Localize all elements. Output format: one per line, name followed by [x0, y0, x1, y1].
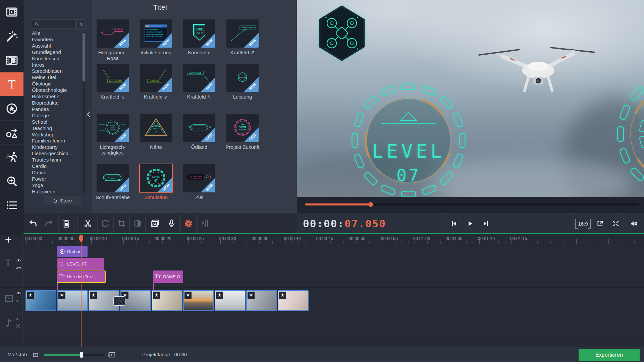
- video-clip[interactable]: ★: [183, 290, 214, 311]
- template-thumb[interactable]: THEFUTUREIS NOWNEW: [226, 114, 259, 142]
- seek-bar[interactable]: [305, 203, 639, 205]
- template-label[interactable]: Kraftfeld ↙: [137, 94, 175, 100]
- category-item[interactable]: Künstlerisch: [32, 56, 79, 62]
- fullscreen-button[interactable]: [608, 213, 624, 234]
- template-thumb[interactable]: NEW: [183, 114, 215, 142]
- category-item[interactable]: College: [32, 113, 79, 119]
- category-item[interactable]: Ökotechnologie: [32, 87, 79, 94]
- video-clip[interactable]: ★: [246, 290, 277, 311]
- category-item[interactable]: Intros: [32, 62, 79, 68]
- aspect-ratio-button[interactable]: 16:9: [574, 213, 592, 234]
- audio-track-mute-icon[interactable]: [15, 316, 21, 322]
- delete-button[interactable]: [58, 215, 74, 232]
- template-thumb[interactable]: PERFORMANCENEW: [226, 64, 259, 92]
- detach-player-button[interactable]: [592, 213, 608, 234]
- video-clip[interactable]: ★: [278, 290, 309, 311]
- seek-handle[interactable]: [368, 202, 373, 207]
- category-item[interactable]: Familien-feiern: [32, 138, 79, 144]
- category-item[interactable]: Liebes-geschich...: [32, 150, 79, 157]
- video-clip[interactable]: ★: [215, 290, 246, 311]
- timeline-zoom-handle[interactable]: [80, 352, 83, 358]
- sidebar-item-motion[interactable]: [0, 145, 23, 169]
- category-item[interactable]: Grundlegend: [32, 49, 79, 56]
- category-item[interactable]: Biokosmetik: [32, 94, 79, 100]
- store-button[interactable]: Store: [44, 196, 81, 205]
- add-track-button[interactable]: [4, 235, 13, 244]
- search-input[interactable]: [32, 19, 75, 29]
- volume-button[interactable]: [624, 213, 644, 234]
- template-label[interactable]: Initiali-sierung: [137, 50, 175, 55]
- zoom-out-film-icon[interactable]: [32, 352, 39, 358]
- playhead-line[interactable]: [81, 235, 82, 347]
- category-item[interactable]: Power: [32, 176, 79, 182]
- sidebar-item-transitions[interactable]: [0, 48, 23, 72]
- video-track-visibility-eye-icon[interactable]: [16, 291, 21, 296]
- category-item[interactable]: School: [32, 119, 79, 125]
- export-button[interactable]: Exportieren: [579, 349, 640, 361]
- redo-button[interactable]: [41, 215, 57, 232]
- template-label[interactable]: Simulation: [137, 194, 175, 200]
- record-audio-button[interactable]: [164, 215, 180, 232]
- clear-search-button[interactable]: [76, 19, 86, 29]
- template-label[interactable]: Kraftfeld ↗: [223, 50, 262, 55]
- category-item[interactable]: Bioprodukte: [32, 100, 79, 106]
- template-label[interactable]: Kraftfeld ↘: [93, 94, 132, 100]
- category-item[interactable]: Dance: [32, 170, 79, 176]
- title-clip[interactable]: TTGAME O: [153, 270, 183, 283]
- template-thumb[interactable]: HYDRAZINENEW: [97, 19, 129, 48]
- properties-button[interactable]: [197, 215, 213, 232]
- template-thumb[interactable]: BOOTING KERNEL...CHECKING HARDWARE...MOU…: [140, 19, 172, 48]
- template-label[interactable]: Ödland: [180, 144, 219, 150]
- category-item[interactable]: Sprechblasen: [32, 68, 79, 74]
- template-thumb[interactable]: THEREIS NOSPOONNEW: [97, 114, 129, 142]
- title-track-link-icon[interactable]: [16, 265, 21, 271]
- category-item[interactable]: Ökologie: [32, 81, 79, 87]
- sidebar-item-more[interactable]: [0, 193, 23, 217]
- timeline-zoom-slider[interactable]: [44, 354, 104, 356]
- template-label[interactable]: Ziel: [180, 194, 219, 200]
- category-item[interactable]: Yoga: [32, 182, 79, 189]
- template-label[interactable]: Kraftfeld ↖: [180, 94, 219, 100]
- template-thumb[interactable]: PLASMA CONDUITNEW: [226, 19, 259, 48]
- category-item[interactable]: Meine Titel: [32, 74, 79, 81]
- template-label[interactable]: Projekt Zukunft: [223, 144, 262, 150]
- category-scrollbar-thumb[interactable]: [83, 33, 85, 81]
- rotate-button[interactable]: [97, 215, 113, 232]
- category-item[interactable]: Favoriten: [32, 37, 79, 43]
- template-label[interactable]: Schub-antriebe: [93, 194, 132, 200]
- template-label[interactable]: Hologramm - Rosa: [93, 50, 132, 61]
- template-thumb[interactable]: ATOMICMASS14: [140, 114, 172, 142]
- settings-button[interactable]: [180, 215, 197, 232]
- template-thumb[interactable]: GAMEOVERNEW: [183, 19, 215, 48]
- category-item[interactable]: Alle: [32, 30, 79, 37]
- sidebar-item-filters[interactable]: [0, 24, 23, 48]
- template-thumb[interactable]: FLUX CAPACITORNEW: [97, 64, 129, 92]
- video-clip[interactable]: ★: [25, 290, 56, 311]
- sidebar-item-stickers[interactable]: [0, 97, 23, 121]
- split-button[interactable]: [80, 215, 96, 232]
- category-item[interactable]: Kinderparty: [32, 144, 79, 150]
- template-label[interactable]: Nähe: [137, 144, 175, 150]
- category-item[interactable]: Cardio: [32, 163, 79, 170]
- category-item[interactable]: Workshop: [32, 132, 79, 138]
- audio-track-unlink-icon[interactable]: [15, 323, 21, 328]
- video-clip[interactable]: ★: [152, 290, 182, 311]
- category-item[interactable]: Auswahl: [32, 43, 79, 49]
- crop-button[interactable]: [113, 215, 129, 232]
- template-label[interactable]: Lichtgesch-windigkeit: [93, 144, 132, 156]
- video-clip[interactable]: ★: [57, 290, 88, 311]
- template-thumb[interactable]: THE THREE LAWSOF ROBOTICSNEW: [183, 164, 215, 192]
- category-item[interactable]: Halloween: [32, 189, 79, 195]
- category-item[interactable]: Teaching: [32, 125, 79, 132]
- template-thumb[interactable]: WARP NACELLENEW: [183, 64, 215, 92]
- play-button[interactable]: [462, 213, 478, 234]
- template-label[interactable]: Leistung: [223, 94, 262, 100]
- template-label[interactable]: Konstante: [180, 50, 219, 55]
- transition-clip[interactable]: [113, 296, 125, 306]
- template-thumb[interactable]: LEVEL07NEW: [140, 164, 172, 192]
- color-adjust-button[interactable]: [129, 215, 146, 232]
- next-frame-button[interactable]: [478, 213, 493, 234]
- zoom-in-film-icon[interactable]: [107, 350, 116, 359]
- template-thumb[interactable]: ANTIMATTERNEW: [140, 64, 172, 92]
- sidebar-item-pan-zoom[interactable]: [0, 169, 23, 193]
